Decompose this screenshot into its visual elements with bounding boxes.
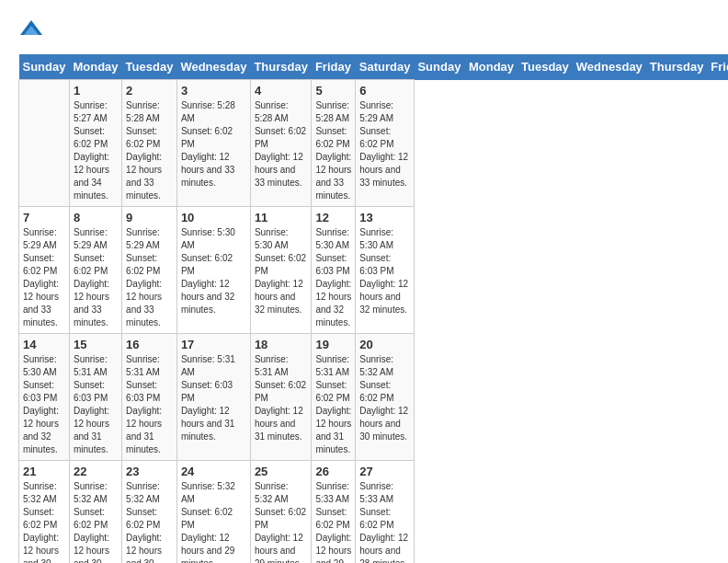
calendar-cell: 13Sunrise: 5:30 AMSunset: 6:03 PMDayligh…	[356, 207, 415, 334]
calendar-cell: 16Sunrise: 5:31 AMSunset: 6:03 PMDayligh…	[122, 334, 177, 461]
calendar-cell: 19Sunrise: 5:31 AMSunset: 6:02 PMDayligh…	[312, 334, 356, 461]
day-header-friday: Friday	[312, 54, 356, 80]
day-header-thursday: Thursday	[646, 54, 708, 80]
calendar-cell: 4Sunrise: 5:28 AMSunset: 6:02 PMDaylight…	[250, 80, 312, 207]
day-header-monday: Monday	[69, 54, 121, 80]
day-number: 10	[181, 211, 246, 224]
day-number: 14	[23, 338, 65, 351]
day-number: 5	[315, 84, 351, 98]
day-header-saturday: Saturday	[356, 54, 415, 80]
calendar-cell: 2Sunrise: 5:28 AMSunset: 6:02 PMDaylight…	[122, 80, 177, 207]
day-info: Sunrise: 5:32 AMSunset: 6:02 PMDaylight:…	[126, 480, 173, 563]
day-info: Sunrise: 5:32 AMSunset: 6:02 PMDaylight:…	[74, 480, 118, 563]
day-header-sunday: Sunday	[414, 54, 464, 80]
day-number: 27	[359, 465, 410, 478]
calendar-cell: 3Sunrise: 5:28 AMSunset: 6:02 PMDaylight…	[176, 80, 250, 207]
calendar-week-4: 21Sunrise: 5:32 AMSunset: 6:02 PMDayligh…	[19, 461, 729, 564]
day-header-tuesday: Tuesday	[518, 54, 573, 80]
day-info: Sunrise: 5:32 AMSunset: 6:02 PMDaylight:…	[181, 480, 246, 563]
calendar-cell: 25Sunrise: 5:32 AMSunset: 6:02 PMDayligh…	[250, 461, 312, 564]
day-info: Sunrise: 5:30 AMSunset: 6:03 PMDaylight:…	[23, 353, 65, 456]
calendar-cell: 23Sunrise: 5:32 AMSunset: 6:02 PMDayligh…	[122, 461, 177, 564]
day-number: 6	[359, 84, 410, 98]
calendar-cell: 17Sunrise: 5:31 AMSunset: 6:03 PMDayligh…	[176, 334, 250, 461]
day-header-monday: Monday	[465, 54, 518, 80]
day-number: 1	[74, 84, 118, 98]
day-info: Sunrise: 5:28 AMSunset: 6:02 PMDaylight:…	[315, 99, 351, 202]
day-number: 3	[181, 84, 246, 98]
day-info: Sunrise: 5:31 AMSunset: 6:03 PMDaylight:…	[181, 353, 246, 443]
calendar-cell: 8Sunrise: 5:29 AMSunset: 6:02 PMDaylight…	[69, 207, 121, 334]
calendar-cell: 6Sunrise: 5:29 AMSunset: 6:02 PMDaylight…	[356, 80, 415, 207]
calendar-cell: 21Sunrise: 5:32 AMSunset: 6:02 PMDayligh…	[19, 461, 70, 564]
day-info: Sunrise: 5:29 AMSunset: 6:02 PMDaylight:…	[126, 226, 173, 329]
logo-text	[18, 18, 42, 45]
day-number: 15	[74, 338, 118, 351]
calendar-cell: 7Sunrise: 5:29 AMSunset: 6:02 PMDaylight…	[19, 207, 70, 334]
day-info: Sunrise: 5:33 AMSunset: 6:02 PMDaylight:…	[315, 480, 351, 563]
day-number: 20	[359, 338, 410, 351]
day-info: Sunrise: 5:31 AMSunset: 6:03 PMDaylight:…	[74, 353, 118, 456]
day-info: Sunrise: 5:32 AMSunset: 6:02 PMDaylight:…	[255, 480, 308, 563]
day-number: 22	[74, 465, 118, 478]
calendar-cell: 14Sunrise: 5:30 AMSunset: 6:03 PMDayligh…	[19, 334, 70, 461]
day-info: Sunrise: 5:28 AMSunset: 6:02 PMDaylight:…	[126, 99, 173, 202]
day-header-friday: Friday	[707, 54, 728, 80]
calendar-cell	[19, 80, 70, 207]
day-info: Sunrise: 5:30 AMSunset: 6:03 PMDaylight:…	[359, 226, 410, 316]
day-info: Sunrise: 5:33 AMSunset: 6:02 PMDaylight:…	[359, 480, 410, 563]
day-info: Sunrise: 5:27 AMSunset: 6:02 PMDaylight:…	[74, 99, 118, 202]
day-info: Sunrise: 5:29 AMSunset: 6:02 PMDaylight:…	[23, 226, 65, 329]
day-info: Sunrise: 5:30 AMSunset: 6:02 PMDaylight:…	[181, 226, 246, 316]
logo-icon	[20, 18, 42, 40]
day-header-wednesday: Wednesday	[573, 54, 646, 80]
day-info: Sunrise: 5:31 AMSunset: 6:03 PMDaylight:…	[126, 353, 173, 456]
day-number: 11	[255, 211, 308, 224]
day-info: Sunrise: 5:28 AMSunset: 6:02 PMDaylight:…	[181, 99, 246, 190]
calendar-cell: 26Sunrise: 5:33 AMSunset: 6:02 PMDayligh…	[312, 461, 356, 564]
day-number: 16	[126, 338, 173, 351]
calendar-week-2: 7Sunrise: 5:29 AMSunset: 6:02 PMDaylight…	[19, 207, 729, 334]
days-header-row: SundayMondayTuesdayWednesdayThursdayFrid…	[19, 54, 729, 80]
calendar-cell: 18Sunrise: 5:31 AMSunset: 6:02 PMDayligh…	[250, 334, 312, 461]
day-header-wednesday: Wednesday	[176, 54, 250, 80]
day-number: 19	[315, 338, 351, 351]
day-number: 17	[181, 338, 246, 351]
day-info: Sunrise: 5:28 AMSunset: 6:02 PMDaylight:…	[255, 99, 308, 190]
day-info: Sunrise: 5:31 AMSunset: 6:02 PMDaylight:…	[255, 353, 308, 443]
day-info: Sunrise: 5:30 AMSunset: 6:03 PMDaylight:…	[315, 226, 351, 329]
day-number: 7	[23, 211, 65, 224]
calendar-cell: 11Sunrise: 5:30 AMSunset: 6:02 PMDayligh…	[250, 207, 312, 334]
day-number: 26	[315, 465, 351, 478]
calendar-cell: 22Sunrise: 5:32 AMSunset: 6:02 PMDayligh…	[69, 461, 121, 564]
calendar-cell: 1Sunrise: 5:27 AMSunset: 6:02 PMDaylight…	[69, 80, 121, 207]
day-info: Sunrise: 5:32 AMSunset: 6:02 PMDaylight:…	[23, 480, 65, 563]
calendar-cell: 20Sunrise: 5:32 AMSunset: 6:02 PMDayligh…	[356, 334, 415, 461]
day-number: 8	[74, 211, 118, 224]
day-info: Sunrise: 5:29 AMSunset: 6:02 PMDaylight:…	[359, 99, 410, 190]
day-number: 24	[181, 465, 246, 478]
day-header-sunday: Sunday	[19, 54, 70, 80]
day-number: 23	[126, 465, 173, 478]
day-info: Sunrise: 5:32 AMSunset: 6:02 PMDaylight:…	[359, 353, 410, 443]
calendar-cell: 27Sunrise: 5:33 AMSunset: 6:02 PMDayligh…	[356, 461, 415, 564]
calendar-cell: 15Sunrise: 5:31 AMSunset: 6:03 PMDayligh…	[69, 334, 121, 461]
day-number: 21	[23, 465, 65, 478]
day-info: Sunrise: 5:30 AMSunset: 6:02 PMDaylight:…	[255, 226, 308, 316]
day-number: 4	[255, 84, 308, 98]
calendar-cell: 9Sunrise: 5:29 AMSunset: 6:02 PMDaylight…	[122, 207, 177, 334]
day-number: 12	[315, 211, 351, 224]
calendar-week-1: 1Sunrise: 5:27 AMSunset: 6:02 PMDaylight…	[19, 80, 729, 207]
day-header-thursday: Thursday	[250, 54, 312, 80]
day-number: 25	[255, 465, 308, 478]
day-header-tuesday: Tuesday	[122, 54, 177, 80]
day-number: 2	[126, 84, 173, 98]
day-info: Sunrise: 5:29 AMSunset: 6:02 PMDaylight:…	[74, 226, 118, 329]
day-number: 18	[255, 338, 308, 351]
calendar-week-3: 14Sunrise: 5:30 AMSunset: 6:03 PMDayligh…	[19, 334, 729, 461]
day-number: 13	[359, 211, 410, 224]
calendar-cell: 12Sunrise: 5:30 AMSunset: 6:03 PMDayligh…	[312, 207, 356, 334]
day-number: 9	[126, 211, 173, 224]
day-info: Sunrise: 5:31 AMSunset: 6:02 PMDaylight:…	[315, 353, 351, 456]
calendar-cell: 24Sunrise: 5:32 AMSunset: 6:02 PMDayligh…	[176, 461, 250, 564]
